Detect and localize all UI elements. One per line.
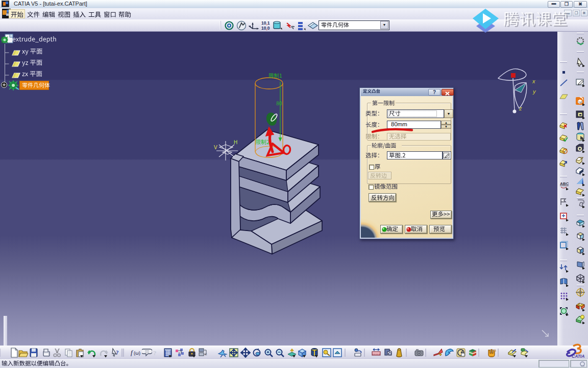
svg-text:CATIA: CATIA bbox=[572, 354, 584, 359]
svg-text:V: V bbox=[214, 145, 217, 150]
svg-text:?: ? bbox=[153, 349, 157, 357]
svg-text:(ω): (ω) bbox=[134, 351, 140, 356]
svg-text:y: y bbox=[532, 88, 536, 95]
svg-text:z: z bbox=[519, 105, 522, 111]
svg-text:?: ? bbox=[116, 349, 119, 355]
svg-text:ABC: ABC bbox=[560, 181, 569, 186]
svg-text:=: = bbox=[205, 352, 207, 357]
svg-text:H: H bbox=[234, 140, 237, 145]
svg-text:x: x bbox=[532, 78, 535, 84]
